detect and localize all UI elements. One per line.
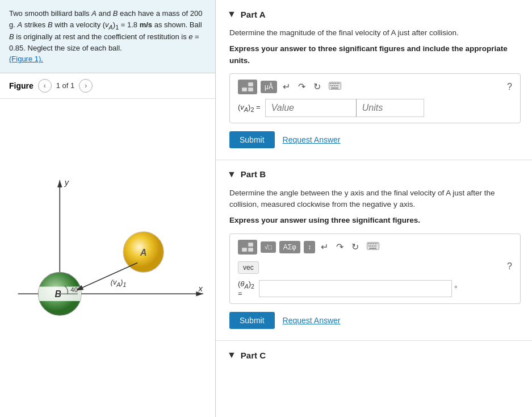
- svg-rect-20: [337, 83, 338, 84]
- part-a-description: Determine the magnitude of the final vel…: [229, 27, 521, 39]
- svg-rect-18: [333, 83, 334, 84]
- help-btn-b[interactable]: ?: [507, 261, 512, 272]
- matrix-btn-a[interactable]: [238, 80, 257, 94]
- svg-rect-40: [370, 245, 371, 247]
- part-b-submit-btn[interactable]: Submit: [229, 312, 275, 329]
- part-b-toolbar-row2: vec ?: [238, 259, 512, 274]
- part-a-toolbar: μÅ ↵ ↷ ↻: [238, 80, 512, 94]
- sqrt-btn-b[interactable]: √□: [261, 241, 276, 253]
- mu-btn-a[interactable]: μÅ: [261, 81, 277, 93]
- svg-rect-26: [337, 85, 338, 86]
- figure-header: Figure ‹ 1 of 1 ›: [0, 73, 215, 99]
- matrix-icon: [241, 82, 254, 92]
- refresh-btn-a[interactable]: ↻: [311, 80, 323, 93]
- part-c-section: ▼ Part C: [216, 341, 532, 380]
- part-b-content: Determine the angle between the y axis a…: [227, 187, 521, 329]
- svg-rect-21: [338, 83, 340, 84]
- part-a-answer-box: μÅ ↵ ↷ ↻: [229, 73, 521, 123]
- right-panel: ▼ Part A Determine the magnitude of the …: [216, 0, 532, 417]
- part-a-units-input[interactable]: [356, 99, 424, 117]
- degree-symbol: °: [454, 284, 458, 293]
- svg-rect-42: [374, 245, 375, 247]
- part-a-input-label: (vA)2 =: [238, 103, 261, 113]
- keyboard-btn-b[interactable]: [365, 241, 382, 253]
- svg-rect-27: [331, 87, 338, 89]
- svg-rect-37: [375, 243, 376, 244]
- svg-rect-39: [368, 245, 370, 247]
- svg-rect-25: [336, 85, 337, 86]
- figure-area: Figure ‹ 1 of 1 › y x: [0, 73, 215, 417]
- part-b-request-btn[interactable]: Request Answer: [283, 316, 341, 325]
- part-a-section: ▼ Part A Determine the magnitude of the …: [216, 0, 532, 160]
- updown-btn-b[interactable]: ↕: [304, 241, 315, 253]
- part-b-action-row: Submit Request Answer: [229, 312, 521, 329]
- part-a-label: Part A: [241, 10, 266, 19]
- svg-rect-22: [330, 85, 332, 86]
- figure-link[interactable]: (Figure 1).: [9, 55, 43, 63]
- svg-rect-35: [371, 243, 372, 244]
- part-a-submit-btn[interactable]: Submit: [229, 131, 275, 148]
- svg-rect-44: [369, 248, 376, 249]
- keyboard-btn-a[interactable]: [326, 81, 344, 93]
- part-a-content: Determine the magnitude of the final vel…: [227, 27, 521, 148]
- part-b-toolbar-row1: √□ ΑΣφ ↕ ↵ ↷ ↻: [238, 240, 512, 255]
- refresh-btn-b[interactable]: ↻: [349, 240, 361, 253]
- ball-a-label: A: [140, 248, 146, 257]
- part-a-collapse-btn[interactable]: ▼: [227, 9, 236, 19]
- svg-rect-23: [332, 85, 333, 86]
- part-c-header: ▼ Part C: [227, 350, 521, 360]
- svg-rect-24: [334, 85, 335, 86]
- svg-marker-2: [57, 180, 62, 187]
- matrix-btn-b[interactable]: [238, 240, 257, 255]
- part-a-value-input[interactable]: [265, 99, 356, 117]
- svg-rect-34: [370, 243, 371, 244]
- keyboard-icon: [329, 82, 341, 90]
- svg-rect-29: [248, 243, 253, 247]
- angle-label: 40°: [70, 286, 81, 293]
- part-a-request-btn[interactable]: Request Answer: [283, 135, 341, 144]
- part-b-answer-input[interactable]: [259, 280, 452, 297]
- part-a-input-row: (vA)2 =: [238, 99, 512, 117]
- part-b-section: ▼ Part B Determine the angle between the…: [216, 160, 532, 341]
- svg-rect-38: [376, 243, 378, 244]
- svg-rect-14: [248, 87, 253, 91]
- part-b-header: ▼ Part B: [227, 169, 521, 180]
- part-b-input-row: (θA)2= °: [238, 280, 512, 298]
- part-a-action-row: Submit Request Answer: [229, 131, 521, 148]
- vec-btn-b[interactable]: vec: [238, 261, 259, 274]
- svg-rect-19: [335, 83, 336, 84]
- part-b-collapse-btn[interactable]: ▼: [227, 169, 236, 180]
- svg-rect-13: [242, 87, 247, 91]
- svg-text:x: x: [198, 284, 203, 293]
- redo-btn-a[interactable]: ↷: [296, 80, 308, 93]
- svg-line-10: [78, 262, 137, 289]
- svg-rect-36: [373, 243, 374, 244]
- figure-label: Figure: [9, 81, 33, 90]
- part-b-input-label: (θA)2=: [238, 280, 254, 298]
- svg-text:y: y: [64, 177, 70, 186]
- part-a-header: ▼ Part A: [227, 9, 521, 19]
- part-c-collapse-btn[interactable]: ▼: [227, 350, 236, 360]
- redo-btn-b[interactable]: ↷: [334, 240, 346, 253]
- left-panel: Two smooth billiard balls A and B each h…: [0, 0, 216, 417]
- sigma-btn-b[interactable]: ΑΣφ: [279, 241, 300, 253]
- svg-rect-16: [330, 83, 331, 84]
- svg-rect-17: [332, 83, 333, 84]
- problem-statement: Two smooth billiard balls A and B each h…: [0, 0, 215, 73]
- part-a-instructions: Express your answer to three significant…: [229, 43, 521, 66]
- part-b-label: Part B: [241, 169, 266, 179]
- part-c-label: Part C: [241, 351, 266, 360]
- svg-rect-12: [248, 82, 253, 86]
- undo-btn-a[interactable]: ↵: [280, 80, 292, 93]
- figure-svg: y x: [0, 99, 215, 417]
- svg-rect-11: [242, 82, 247, 86]
- svg-rect-28: [242, 243, 247, 247]
- figure-page-info: 1 of 1: [56, 81, 75, 90]
- undo-btn-b[interactable]: ↵: [319, 240, 330, 253]
- help-btn-a[interactable]: ?: [507, 82, 512, 92]
- velocity-label: (vA)1: [111, 278, 127, 287]
- figure-next-btn[interactable]: ›: [79, 79, 93, 93]
- problem-text-content: Two smooth billiard balls A and B each h…: [9, 9, 202, 52]
- svg-rect-33: [368, 243, 369, 244]
- figure-prev-btn[interactable]: ‹: [38, 79, 52, 93]
